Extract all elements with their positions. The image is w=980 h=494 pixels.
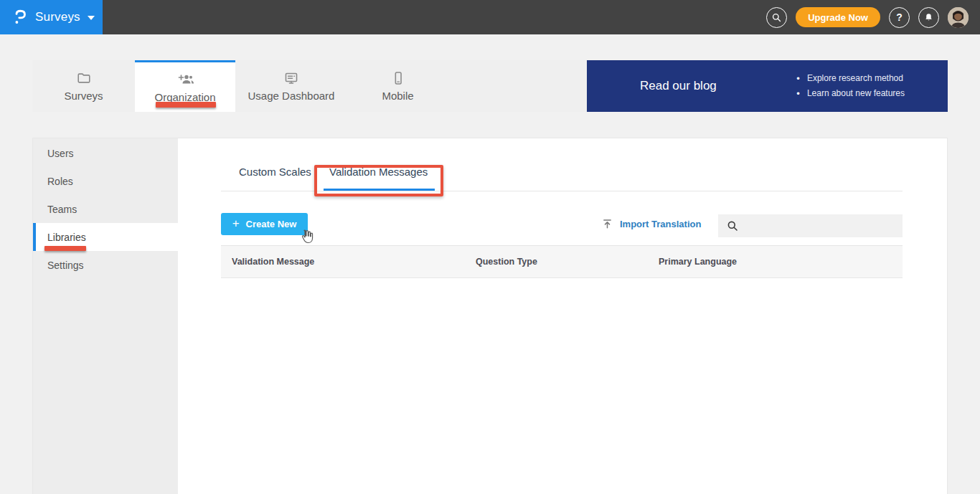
sidebar-item-label: Roles <box>47 176 73 187</box>
libraries-content: Custom Scales Validation Messages + Crea… <box>178 138 947 494</box>
sidebar-item-settings[interactable]: Settings <box>33 251 178 279</box>
tab-validation-messages[interactable]: Validation Messages <box>329 166 428 178</box>
nav-tab-label: Surveys <box>64 90 103 102</box>
product-label: Surveys <box>35 10 80 24</box>
chevron-down-icon <box>88 16 95 20</box>
notifications-button[interactable] <box>918 7 939 28</box>
column-header-primary-language: Primary Language <box>659 246 737 277</box>
folder-icon <box>75 70 93 86</box>
primary-nav: Surveys Organization Usage Dashboard <box>32 60 948 112</box>
sidebar-item-label: Teams <box>47 204 77 215</box>
blog-bullet: Learn about new features <box>796 86 905 101</box>
help-button[interactable]: ? <box>889 7 910 28</box>
topbar-actions: Upgrade Now ? <box>766 7 980 28</box>
library-search-input[interactable] <box>745 221 888 232</box>
validation-table-header: Validation Message Question Type Primary… <box>221 245 903 278</box>
blog-promo-panel: Read our blog Explore research method Le… <box>587 60 948 112</box>
sidebar-item-users[interactable]: Users <box>33 139 178 167</box>
help-icon: ? <box>896 11 903 23</box>
primary-nav-tabs: Surveys Organization Usage Dashboard <box>32 60 587 112</box>
avatar[interactable] <box>948 7 969 28</box>
bell-icon <box>923 12 934 23</box>
upgrade-now-button[interactable]: Upgrade Now <box>796 7 880 27</box>
avatar-photo <box>948 7 969 28</box>
nav-tab-label: Organization <box>154 91 215 103</box>
sidebar-item-teams[interactable]: Teams <box>33 195 178 223</box>
topbar: Surveys Upgrade Now ? <box>0 0 980 34</box>
search-icon <box>771 12 782 23</box>
library-search <box>718 214 903 237</box>
questionpro-logo-icon <box>13 8 29 27</box>
create-new-button[interactable]: + Create New <box>221 213 308 235</box>
search-icon <box>727 220 738 232</box>
annotation-underline-organization <box>156 102 216 108</box>
mobile-icon <box>390 70 406 86</box>
annotation-underline-libraries <box>44 246 86 251</box>
main-card: Users Roles Teams Libraries Settings Cus… <box>32 138 948 494</box>
blog-bullet-list: Explore research method Learn about new … <box>796 71 905 101</box>
create-new-label: Create New <box>246 219 297 229</box>
import-translation-link[interactable]: Import Translation <box>602 219 701 229</box>
tabs-divider <box>221 191 903 191</box>
column-header-validation-message: Validation Message <box>232 246 314 277</box>
dashboard-icon <box>283 70 300 86</box>
import-translation-label: Import Translation <box>620 219 701 229</box>
column-header-question-type: Question Type <box>476 246 537 277</box>
nav-filler <box>448 60 587 112</box>
nav-tab-label: Mobile <box>382 90 413 102</box>
tab-custom-scales[interactable]: Custom Scales <box>239 166 311 178</box>
sidebar-item-label: Libraries <box>47 232 86 243</box>
sidebar-item-label: Settings <box>47 260 84 271</box>
plus-icon: + <box>232 217 240 231</box>
product-switcher[interactable]: Surveys <box>0 0 103 34</box>
nav-tab-organization[interactable]: Organization <box>135 60 235 112</box>
nav-tab-surveys[interactable]: Surveys <box>32 60 135 112</box>
sidebar-item-label: Users <box>47 148 74 159</box>
organization-icon <box>176 72 194 87</box>
nav-tab-label: Usage Dashboard <box>248 90 335 102</box>
blog-bullet: Explore research method <box>796 71 905 86</box>
global-search-button[interactable] <box>766 7 787 28</box>
nav-tab-usage-dashboard[interactable]: Usage Dashboard <box>235 60 347 112</box>
settings-sidebar: Users Roles Teams Libraries Settings <box>33 138 178 494</box>
sidebar-item-roles[interactable]: Roles <box>33 167 178 195</box>
blog-panel-title[interactable]: Read our blog <box>640 79 717 93</box>
nav-tab-mobile[interactable]: Mobile <box>347 60 448 112</box>
upload-icon <box>602 219 613 229</box>
